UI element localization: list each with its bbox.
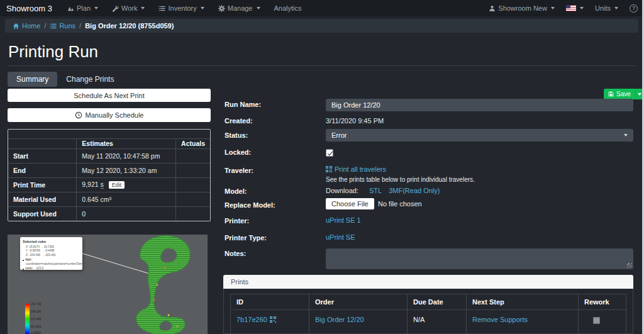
rework-checkbox[interactable]	[593, 317, 600, 324]
caret-down-icon	[638, 93, 641, 96]
printed-part-model	[136, 236, 190, 334]
tab-change-prints[interactable]: Change Prints	[57, 72, 123, 87]
notes-textarea[interactable]	[326, 248, 633, 269]
estimates-col-header: Estimates	[77, 139, 176, 148]
qr-icon	[270, 316, 276, 323]
caret-down-icon	[201, 7, 204, 9]
brand-logo[interactable]: Showroom 3	[6, 4, 52, 13]
table-row: Support Used 0	[8, 206, 210, 221]
user-icon	[489, 5, 496, 12]
estimates-panel: Estimates Actuals Start May 11 2020, 10:…	[8, 129, 211, 221]
caret-down-icon	[141, 7, 145, 9]
bullet-icon	[23, 260, 24, 261]
gear-icon	[218, 5, 225, 12]
estimates-panel-heading	[8, 130, 210, 139]
caret-down-icon	[551, 7, 555, 9]
edit-print-time-button[interactable]: Edit	[109, 181, 125, 189]
caret-down-icon	[94, 7, 98, 9]
model-label: Model:	[225, 187, 247, 195]
caret-down-icon	[614, 7, 618, 9]
breadcrumb-separator: /	[79, 22, 81, 30]
notes-label: Notes:	[225, 250, 246, 257]
order-link[interactable]: Big Order 12/20	[315, 316, 364, 323]
nav-inventory[interactable]: Inventory	[158, 4, 204, 12]
bullet-icon	[23, 269, 24, 270]
print-id-link[interactable]: 7b17e260	[236, 316, 276, 323]
schedule-next-print-button[interactable]: Schedule As Next Print	[8, 89, 211, 102]
traveler-label: Traveler:	[225, 167, 253, 174]
title-divider	[8, 65, 636, 66]
nav-plan[interactable]: Plan	[67, 4, 98, 12]
save-button[interactable]: Save	[604, 89, 635, 99]
breadcrumb-current: Big Order 12/20 (8755d059)	[85, 22, 174, 30]
traveler-note: See the prints table below to print indi…	[326, 176, 475, 183]
status-label: Status:	[225, 131, 248, 139]
breadcrumb: Home / Runs / Big Order 12/20 (8755d059)	[5, 19, 638, 33]
breadcrumb-home[interactable]: Home	[13, 22, 40, 30]
user-menu[interactable]: Showroom New	[489, 4, 555, 12]
table-row: Material Used 0.645 cm³	[8, 192, 210, 206]
save-icon	[608, 91, 614, 97]
breadcrumb-separator: /	[44, 22, 46, 30]
nav-analytics[interactable]: Analytics	[274, 4, 302, 12]
download-label: Download:	[326, 187, 358, 194]
run-name-label: Run Name:	[225, 101, 261, 108]
flag-us-icon	[566, 5, 576, 11]
printer-label: Printer:	[225, 217, 249, 225]
chevron-down-icon	[624, 134, 628, 136]
table-row: Start May 11 2020, 10:47:58 pm	[8, 148, 210, 163]
save-split-button: Save	[604, 89, 644, 99]
color-scale-legend: 252.700 190.266 127.869 65.4328 3.00000	[25, 304, 63, 334]
unit-abbr: s	[101, 181, 104, 189]
prints-panel-body: ID Order Due Date Next Step Rework 7b17e…	[223, 289, 633, 334]
page-title: Printing Run	[8, 42, 98, 62]
printer-link[interactable]: uPrint SE 1	[326, 216, 361, 224]
selected-cube-tooltip: Selected cube X: 15.8174 → 16.7266 Y: -9…	[20, 237, 82, 270]
breadcrumb-runs[interactable]: Runs	[50, 22, 75, 30]
file-chosen-status: No file chosen	[378, 200, 422, 208]
color-scale-bar	[25, 304, 30, 334]
clock-icon	[75, 111, 82, 119]
estimates-table: Estimates Actuals Start May 11 2020, 10:…	[8, 139, 210, 221]
units-menu[interactable]: Units	[595, 4, 618, 12]
top-navbar: Showroom 3 Plan Work Inventory Manage An…	[0, 0, 644, 16]
print-all-travelers-link[interactable]: Print all travelers	[326, 165, 386, 173]
created-value: 3/11/2020 9:45 PM	[326, 117, 384, 125]
map-icon	[67, 5, 74, 12]
nav-manage[interactable]: Manage	[218, 4, 260, 12]
app-window: Showroom 3 Plan Work Inventory Manage An…	[0, 0, 644, 334]
created-label: Created:	[225, 117, 253, 125]
tab-summary[interactable]: Summary	[8, 72, 57, 87]
caret-down-icon	[257, 7, 260, 9]
language-menu[interactable]	[566, 5, 584, 11]
threemf-download-link[interactable]: 3MF(Read Only)	[389, 187, 440, 194]
caret-down-icon	[580, 7, 584, 9]
locked-label: Locked:	[225, 148, 251, 156]
status-select[interactable]: Error	[326, 129, 633, 142]
prints-panel-header: Prints	[223, 275, 633, 289]
help-icon[interactable]: ?	[630, 4, 638, 13]
table-row: 7b17e260 Big Order 12/20 N/A Remove Supp…	[231, 310, 626, 334]
home-icon	[13, 23, 19, 30]
qr-icon	[326, 166, 332, 172]
printer-type-label: Printer Type:	[225, 234, 267, 242]
manually-schedule-button[interactable]: Manually Schedule	[8, 108, 211, 122]
list-icon	[158, 5, 165, 12]
resize-handle-icon[interactable]	[627, 263, 632, 268]
navbar-right: Showroom New Units ?	[489, 4, 638, 13]
actuals-col-header: Actuals	[176, 139, 210, 148]
due-date-cell: N/A	[408, 310, 467, 334]
table-row: Print Time 9,921 s Edit	[8, 177, 210, 192]
prints-table: ID Order Due Date Next Step Rework 7b17e…	[230, 294, 626, 334]
stl-download-link[interactable]: STL	[369, 187, 382, 194]
next-step-link[interactable]: Remove Supports	[472, 316, 528, 323]
choose-file-button[interactable]: Choose File	[326, 198, 374, 209]
run-name-input[interactable]: Big Order 12/20	[326, 99, 633, 111]
estimates-header-row: Estimates Actuals	[8, 139, 210, 148]
locked-checkbox[interactable]	[326, 149, 333, 157]
model-3d-viewer[interactable]: Selected cube X: 15.8174 → 16.7266 Y: -9…	[8, 235, 208, 334]
printer-type-link[interactable]: uPrint SE	[326, 233, 355, 241]
replace-model-label: Replace Model:	[225, 201, 275, 209]
nav-work[interactable]: Work	[112, 4, 145, 12]
wrench-icon	[112, 5, 119, 12]
